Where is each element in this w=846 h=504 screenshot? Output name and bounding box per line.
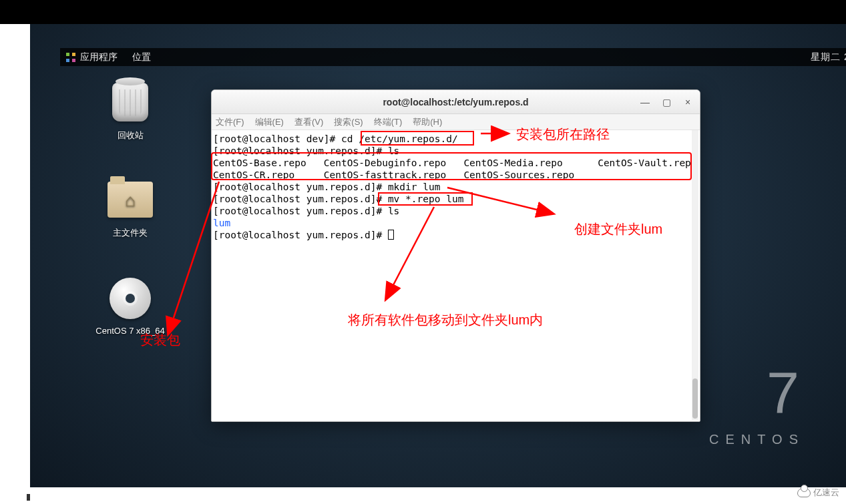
cloud-icon: [797, 488, 811, 497]
terminal-menubar: 文件(F) 编辑(E) 查看(V) 搜索(S) 终端(T) 帮助(H): [212, 114, 700, 130]
terminal-scrollbar[interactable]: [692, 130, 698, 420]
terminal-line: [root@localhost dev]# cd /etc/yum.repos.…: [213, 134, 458, 144]
menu-view[interactable]: 查看(V): [294, 116, 323, 128]
menu-help[interactable]: 帮助(H): [413, 116, 442, 128]
watermark-text: 亿速云: [813, 487, 839, 499]
desktop-icon-media[interactable]: CentOS 7 x86_64: [83, 275, 177, 336]
terminal-body[interactable]: [root@localhost dev]# cd /etc/yum.repos.…: [212, 130, 700, 421]
menu-file[interactable]: 文件(F): [216, 116, 244, 128]
window-titlebar[interactable]: root@localhost:/etc/yum.repos.d — ▢ ×: [212, 90, 700, 114]
menu-terminal[interactable]: 终端(T): [374, 116, 403, 128]
svg-rect-0: [66, 53, 69, 56]
window-close-button[interactable]: ×: [680, 94, 696, 110]
page-left-margin: [0, 24, 30, 504]
centos-brand-7: 7: [767, 359, 799, 427]
terminal-line: [root@localhost yum.repos.d]#: [213, 230, 388, 240]
terminal-line: [root@localhost yum.repos.d]# ls: [213, 206, 399, 216]
page-blackbar: [0, 0, 846, 24]
panel-clock[interactable]: 星期二 23:58: [811, 51, 846, 63]
desktop-icon-label: 回收站: [90, 130, 170, 142]
terminal-window[interactable]: root@localhost:/etc/yum.repos.d — ▢ × 文件…: [211, 89, 700, 422]
gnome-top-panel: 应用程序 位置 星期二 23:58: [60, 48, 846, 66]
page-bottom-margin: [30, 487, 846, 504]
menu-edit[interactable]: 编辑(E): [255, 116, 284, 128]
desktop-icon-trash[interactable]: 回收站: [90, 79, 170, 142]
trash-icon: [112, 83, 148, 121]
desktop-icon-home[interactable]: ⌂ 主文件夹: [90, 176, 170, 239]
applications-menu[interactable]: 应用程序: [80, 51, 118, 63]
terminal-line: CentOS-CR.repo CentOS-fasttrack.repo Cen…: [213, 170, 574, 180]
annotation-text-move: 将所有软件包移动到文件夹lum内: [348, 311, 543, 329]
annotation-text-path: 安装包所在路径: [516, 125, 610, 144]
terminal-line-dir: lum: [213, 218, 230, 228]
terminal-line: [root@localhost yum.repos.d]# mkdir lum: [213, 182, 440, 192]
centos-brand-text: CENTOS: [709, 432, 805, 447]
window-minimize-button[interactable]: —: [637, 94, 653, 110]
places-menu[interactable]: 位置: [132, 51, 151, 63]
menu-search[interactable]: 搜索(S): [334, 116, 363, 128]
terminal-cursor: [388, 230, 394, 240]
desktop-icon-label: 主文件夹: [90, 227, 170, 239]
annotation-text-pkg: 安装包: [140, 331, 180, 349]
terminal-line: [root@localhost yum.repos.d]# mv *.repo …: [213, 194, 463, 204]
svg-rect-3: [72, 59, 75, 62]
terminal-line: [root@localhost yum.repos.d]# ls: [213, 146, 399, 156]
annotation-text-mkdir: 创建文件夹lum: [574, 220, 662, 238]
terminal-line: CentOS-Base.repo CentOS-Debuginfo.repo C…: [213, 158, 697, 168]
watermark: 亿速云: [797, 487, 839, 499]
window-title: root@localhost:/etc/yum.repos.d: [212, 97, 700, 107]
svg-rect-2: [66, 59, 69, 62]
svg-rect-1: [72, 53, 75, 56]
window-maximize-button[interactable]: ▢: [658, 94, 674, 110]
scrollbar-thumb[interactable]: [692, 379, 698, 419]
disc-icon: [110, 278, 151, 319]
activities-icon: [65, 52, 76, 63]
folder-home-icon: ⌂: [108, 182, 153, 218]
